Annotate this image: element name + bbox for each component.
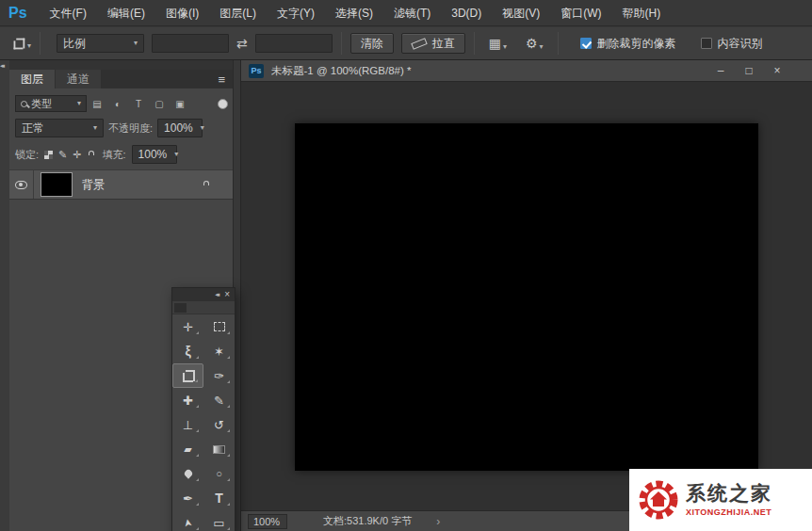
history-brush-tool-icon: ↺ xyxy=(214,418,224,432)
healing-brush-tool-icon: ✚ xyxy=(183,394,193,408)
chevron-down-icon: ▾ xyxy=(167,151,178,158)
menu-image[interactable]: 图像(I) xyxy=(155,0,209,26)
status-menu-chevron[interactable]: › xyxy=(436,515,440,528)
eyedropper-tool-icon: ✑ xyxy=(214,369,224,383)
menu-filter[interactable]: 滤镜(T) xyxy=(383,0,441,26)
menu-type[interactable]: 文字(Y) xyxy=(267,0,325,26)
brush-tool[interactable]: ✎ xyxy=(203,388,235,412)
opacity-select[interactable]: 100% ▾ xyxy=(157,119,203,137)
menu-bar: Ps 文件(F) 编辑(E) 图像(I) 图层(L) 文字(Y) 选择(S) 滤… xyxy=(0,0,812,26)
tool-options-bar: ▾ 比例 ▾ ⇄ 清除 拉直 ▦ ▾ ⚙ ▾ 删除裁剪的像素 xyxy=(0,27,812,60)
delete-cropped-pixels-checkbox[interactable] xyxy=(580,38,592,49)
crop-width-input[interactable] xyxy=(152,34,229,53)
clone-stamp-tool[interactable]: ⊥ xyxy=(172,412,203,437)
type-tool-icon: T xyxy=(215,491,223,506)
menu-layer[interactable]: 图层(L) xyxy=(209,0,267,26)
menu-edit[interactable]: 编辑(E) xyxy=(97,0,155,26)
move-tool[interactable]: ✛ xyxy=(172,314,203,339)
filter-smart-objects-button[interactable]: ▣ xyxy=(170,95,190,112)
chevron-down-icon: ▾ xyxy=(540,43,544,51)
pen-tool[interactable]: ✒ xyxy=(172,486,203,510)
content-aware-label: 内容识别 xyxy=(718,36,763,52)
document-title-bar[interactable]: Ps 未标题-1 @ 100%(RGB/8#) * – □ × xyxy=(241,60,812,82)
filter-pixel-layers-button[interactable]: ▤ xyxy=(87,95,107,112)
rectangular-marquee-tool[interactable] xyxy=(203,314,235,339)
lasso-tool-icon: ξ xyxy=(185,344,190,359)
layer-row-background[interactable]: 背景 xyxy=(9,169,233,200)
filter-adjustment-layers-button[interactable]: ◐ xyxy=(107,95,128,112)
eraser-tool[interactable]: ▰ xyxy=(172,437,203,461)
menu-window[interactable]: 窗口(W) xyxy=(550,0,611,26)
history-brush-tool[interactable]: ↺ xyxy=(203,412,235,437)
rectangle-tool-icon: ▭ xyxy=(213,516,224,530)
watermark-gear-house-logo xyxy=(637,478,680,522)
tool-preset-picker[interactable]: ▾ xyxy=(12,38,31,50)
toolbox-close-button[interactable]: × xyxy=(224,290,230,299)
crop-height-input[interactable] xyxy=(255,34,333,53)
document-window: Ps 未标题-1 @ 100%(RGB/8#) * – □ × 100% 文档:… xyxy=(240,60,812,531)
toolbox-collapse-button[interactable]: ◂◂ xyxy=(215,291,218,298)
layer-filter-row: 类型 ▾ ▤ ◐ T ▢ ▣ xyxy=(15,94,228,113)
content-aware-checkbox[interactable] xyxy=(701,38,712,49)
zoom-level-field[interactable]: 100% xyxy=(248,514,287,529)
panel-header-strip xyxy=(9,60,233,70)
toolbox-panel: ◂◂ × ✛ ξ ✶ ✑ ✚ ✎ ⊥ ↺ ▰ ○ ✒ T ➤ ▭ xyxy=(171,287,235,531)
menu-select[interactable]: 选择(S) xyxy=(325,0,383,26)
lock-label: 锁定: xyxy=(15,148,39,162)
separator xyxy=(474,32,475,55)
menu-help[interactable]: 帮助(H) xyxy=(612,0,672,26)
lock-transparent-pixels-button[interactable] xyxy=(44,151,53,159)
chevron-down-icon: ▾ xyxy=(77,100,81,107)
canvas[interactable] xyxy=(295,123,758,471)
eye-icon xyxy=(15,181,27,189)
spot-healing-brush-tool[interactable]: ✚ xyxy=(172,388,203,412)
clone-stamp-tool-icon: ⊥ xyxy=(183,418,193,432)
watermark: 系统之家 XITONGZHIJIA.NET xyxy=(629,469,812,531)
blur-tool-icon xyxy=(183,468,193,478)
blend-mode-row: 正常 ▾ 不透明度: 100% ▾ xyxy=(15,119,227,137)
tab-channels[interactable]: 通道 xyxy=(56,70,101,88)
minimize-button[interactable]: – xyxy=(706,60,735,82)
eyedropper-tool[interactable]: ✑ xyxy=(203,363,235,388)
type-tool[interactable]: T xyxy=(203,486,235,510)
filter-type-layers-button[interactable]: T xyxy=(128,95,149,112)
blur-tool[interactable] xyxy=(172,461,203,486)
menu-view[interactable]: 视图(V) xyxy=(492,0,550,26)
crop-settings-button[interactable]: ⚙ ▾ xyxy=(526,36,544,51)
lock-position-button[interactable]: ✛ xyxy=(73,150,81,160)
crop-tool[interactable] xyxy=(172,363,203,388)
clear-button[interactable]: 清除 xyxy=(350,33,394,54)
overlay-options-button[interactable]: ▦ ▾ xyxy=(489,36,507,51)
chevron-down-icon: ▾ xyxy=(86,124,97,132)
layer-thumbnail[interactable] xyxy=(41,172,73,197)
quick-selection-tool[interactable]: ✶ xyxy=(203,339,235,363)
path-selection-tool[interactable]: ➤ xyxy=(172,510,203,531)
filter-type-select[interactable]: 类型 ▾ xyxy=(15,95,87,112)
tab-layers[interactable]: 图层 xyxy=(9,70,55,88)
crop-tool-icon xyxy=(13,38,24,49)
collapse-panels-button[interactable]: ◂◂ xyxy=(0,62,3,70)
panel-menu-icon[interactable]: ≡ xyxy=(210,70,233,88)
menu-3d[interactable]: 3D(D) xyxy=(441,0,492,26)
quick-selection-tool-icon: ✶ xyxy=(214,345,224,359)
layer-visibility-toggle[interactable] xyxy=(9,170,34,199)
close-button[interactable]: × xyxy=(763,60,791,82)
lock-image-pixels-button[interactable]: ✎ xyxy=(58,150,67,160)
filter-toggle-switch[interactable] xyxy=(218,99,228,109)
menu-file[interactable]: 文件(F) xyxy=(40,0,97,26)
aspect-ratio-label: 比例 xyxy=(63,36,86,52)
maximize-button[interactable]: □ xyxy=(735,60,763,82)
gradient-tool[interactable] xyxy=(203,437,235,461)
filter-shape-layers-button[interactable]: ▢ xyxy=(149,95,170,112)
blend-mode-select[interactable]: 正常 ▾ xyxy=(15,119,104,137)
rectangle-tool[interactable]: ▭ xyxy=(203,510,235,531)
pasteboard[interactable] xyxy=(241,83,812,510)
fill-select[interactable]: 100% ▾ xyxy=(132,145,177,164)
dodge-tool[interactable]: ○ xyxy=(203,461,235,486)
lasso-tool[interactable]: ξ xyxy=(172,339,203,363)
chevron-down-icon: ▾ xyxy=(27,42,31,50)
straighten-button[interactable]: 拉直 xyxy=(401,33,465,54)
move-tool-icon: ✛ xyxy=(183,320,193,334)
aspect-ratio-select[interactable]: 比例 ▾ xyxy=(57,34,144,53)
swap-dimensions-button[interactable]: ⇄ xyxy=(236,36,248,51)
